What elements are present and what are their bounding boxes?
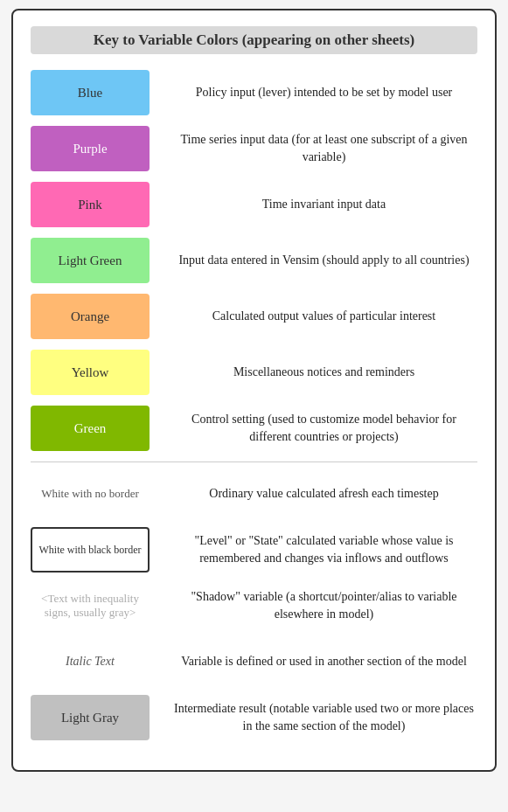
row-light-green: Light Green Input data entered in Vensim… [31, 238, 477, 283]
color-swatch-white-border: White with black border [31, 527, 150, 573]
row-shadow: <Text with inequality signs, usually gra… [31, 583, 477, 628]
row-yellow: Yellow Miscellaneous notices and reminde… [31, 350, 477, 395]
color-swatch-purple: Purple [31, 126, 150, 171]
description-shadow: "Shadow" variable (a shortcut/pointer/al… [170, 588, 477, 622]
row-light-gray: Light Gray Intermediate result (notable … [31, 695, 477, 740]
color-label-light-green: Light Green [59, 253, 122, 268]
label-white-no-border: White with no border [31, 471, 150, 517]
row-orange: Orange Calculated output values of parti… [31, 294, 477, 339]
description-italic: Variable is defined or used in another s… [170, 653, 477, 670]
description-white-border: "Level" or "State" calculated variable w… [170, 532, 477, 566]
color-label-green: Green [74, 421, 107, 436]
card-title: Key to Variable Colors (appearing on oth… [31, 26, 477, 54]
divider-1 [31, 462, 477, 462]
description-pink: Time invariant input data [170, 196, 477, 213]
description-light-green: Input data entered in Vensim (should app… [170, 252, 477, 269]
color-label-pink: Pink [78, 198, 102, 212]
color-swatch-orange: Orange [31, 294, 150, 339]
text-white-no-border: White with no border [41, 487, 139, 501]
color-label-orange: Orange [71, 309, 109, 324]
text-shadow: <Text with inequality signs, usually gra… [31, 592, 150, 620]
row-blue: Blue Policy input (lever) intended to be… [31, 70, 477, 115]
row-white-no-border: White with no border Ordinary value calc… [31, 471, 477, 517]
description-purple: Time series input data (for at least one… [170, 131, 477, 165]
key-card: Key to Variable Colors (appearing on oth… [11, 9, 497, 772]
row-pink: Pink Time invariant input data [31, 182, 477, 227]
color-swatch-light-green: Light Green [31, 238, 150, 283]
row-green: Green Control setting (used to customize… [31, 406, 477, 451]
description-yellow: Miscellaneous notices and reminders [170, 364, 477, 381]
row-white-black-border: White with black border "Level" or "Stat… [31, 527, 477, 573]
description-orange: Calculated output values of particular i… [170, 308, 477, 325]
row-italic: Italic Text Variable is defined or used … [31, 639, 477, 684]
color-label-white-border: White with black border [39, 544, 142, 557]
description-white-no-border: Ordinary value calculated afresh each ti… [170, 485, 477, 503]
color-label-blue: Blue [78, 86, 102, 101]
color-swatch-yellow: Yellow [31, 350, 150, 395]
label-italic: Italic Text [31, 639, 150, 684]
description-green: Control setting (used to customize model… [170, 411, 477, 445]
color-swatch-pink: Pink [31, 182, 150, 227]
row-purple: Purple Time series input data (for at le… [31, 126, 477, 171]
color-swatch-blue: Blue [31, 70, 150, 115]
description-light-gray: Intermediate result (notable variable us… [170, 700, 477, 734]
color-label-purple: Purple [73, 142, 107, 156]
description-blue: Policy input (lever) intended to be set … [170, 84, 477, 101]
color-swatch-green: Green [31, 406, 150, 451]
label-shadow: <Text with inequality signs, usually gra… [31, 583, 150, 628]
color-swatch-light-gray: Light Gray [31, 695, 150, 740]
color-label-light-gray: Light Gray [61, 711, 119, 725]
text-italic: Italic Text [66, 655, 115, 669]
color-label-yellow: Yellow [72, 365, 109, 380]
